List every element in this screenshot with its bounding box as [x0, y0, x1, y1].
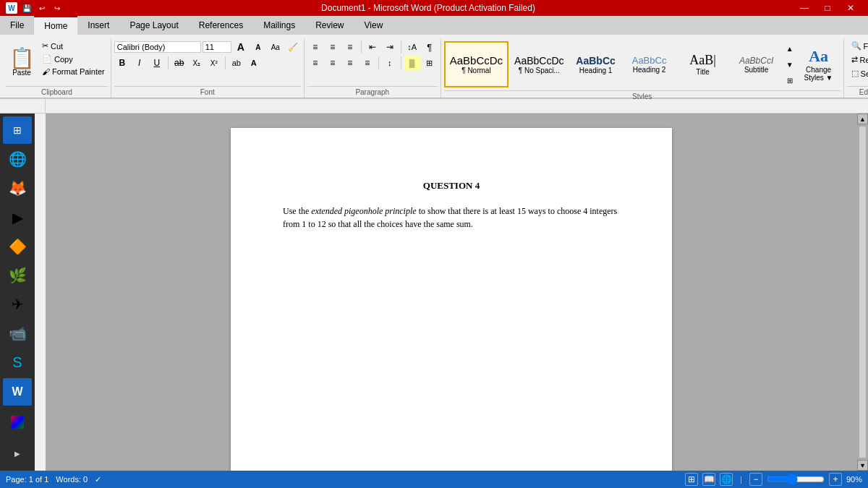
undo-quick-btn[interactable]: ↩	[35, 1, 48, 14]
font-separator	[168, 56, 169, 69]
tab-review[interactable]: Review	[305, 16, 354, 35]
multilevel-button[interactable]: ≡	[342, 40, 358, 54]
document-page: QUESTION 4 Use the extended pigeonhole p…	[231, 128, 672, 471]
format-painter-icon: 🖌	[42, 67, 50, 76]
sort-button[interactable]: ↕A	[404, 40, 420, 54]
shrink-font-button[interactable]: A	[250, 40, 266, 54]
zoom-out-button[interactable]: −	[749, 473, 762, 486]
view-reading-button[interactable]: 📖	[702, 473, 715, 486]
justify-button[interactable]: ≡	[359, 56, 375, 70]
taskbar-word[interactable]: W	[3, 378, 32, 406]
close-button[interactable]: ✕	[839, 0, 862, 16]
find-button[interactable]: 🔍 Find ▼	[847, 40, 868, 52]
style-normal[interactable]: AaBbCcDc ¶ Normal	[444, 41, 509, 87]
minimize-button[interactable]: —	[793, 0, 816, 16]
replace-label: Replace	[860, 56, 868, 64]
styles-group: AaBbCcDc ¶ Normal AaBbCcDc ¶ No Spaci...…	[441, 38, 844, 98]
replace-button[interactable]: ⇄ Replace	[847, 53, 868, 66]
underline-button[interactable]: U	[149, 56, 165, 70]
document-body[interactable]: Use the extended pigeonhole principle to…	[283, 205, 620, 231]
clear-format-button[interactable]: 🧹	[285, 40, 301, 54]
style-heading1[interactable]: AaBbCc Heading 1	[570, 41, 622, 87]
select-button[interactable]: ⬚ Select =	[847, 67, 868, 80]
taskbar-start[interactable]: ⊞	[3, 116, 32, 144]
view-web-button[interactable]: 🌐	[720, 473, 733, 486]
styles-more[interactable]: ⊞	[784, 73, 796, 87]
font-name-selector[interactable]	[114, 41, 201, 53]
align-right-button[interactable]: ≡	[342, 56, 358, 70]
change-case-button[interactable]: Aa	[268, 40, 284, 54]
styles-scroll-up[interactable]: ▲	[784, 41, 796, 56]
tab-references[interactable]: References	[189, 16, 253, 35]
document-area[interactable]: QUESTION 4 Use the extended pigeonhole p…	[46, 114, 857, 471]
subscript-button[interactable]: X₂	[189, 56, 205, 70]
change-styles-button[interactable]: Aa ChangeStyles ▼	[797, 40, 841, 89]
zoom-slider[interactable]	[767, 474, 825, 484]
redo-quick-btn[interactable]: ↪	[51, 1, 64, 14]
style-no-spacing[interactable]: AaBbCcDc ¶ No Spaci...	[510, 41, 568, 87]
italic-button[interactable]: I	[132, 56, 148, 70]
main-layout: ⊞ 🌐 🦊 ▶ 🔶 🌿 ✈ 📹 S W	[0, 114, 868, 471]
cut-button[interactable]: ✂ Cut	[39, 40, 108, 52]
show-formatting-button[interactable]: ¶	[422, 40, 438, 54]
text-highlight-button[interactable]: ab	[229, 56, 244, 70]
paste-button[interactable]: 📋 Paste	[6, 40, 38, 85]
align-center-button[interactable]: ≡	[325, 56, 341, 70]
style-heading2[interactable]: AaBbCc Heading 2	[624, 41, 676, 87]
taskbar-zoom[interactable]: 📹	[3, 320, 32, 347]
bold-button[interactable]: B	[114, 56, 130, 70]
format-painter-label: Format Painter	[52, 67, 105, 76]
style-title[interactable]: AaB| Title	[677, 41, 729, 87]
word-app-icon: W	[12, 385, 22, 398]
tab-file[interactable]: File	[0, 16, 34, 35]
line-spacing-button[interactable]: ↕	[382, 56, 398, 70]
tab-insert[interactable]: Insert	[77, 16, 119, 35]
taskbar-app5[interactable]: 🌿	[3, 262, 32, 289]
paste-icon: 📋	[9, 48, 35, 69]
tab-mailings[interactable]: Mailings	[253, 16, 305, 35]
tab-home[interactable]: Home	[34, 16, 77, 35]
select-label: Select =	[861, 69, 868, 78]
maximize-button[interactable]: □	[816, 0, 839, 16]
taskbar-colorpicker[interactable]	[3, 408, 32, 436]
ruler-area	[0, 99, 868, 114]
decrease-indent-button[interactable]: ⇤	[365, 40, 380, 54]
font-name-row: A A Aa 🧹	[114, 40, 301, 54]
grow-font-button[interactable]: A	[233, 40, 249, 54]
taskbar-chrome[interactable]: 🌐	[3, 145, 32, 173]
taskbar-vlc[interactable]: 🔶	[3, 233, 32, 260]
border-button[interactable]: ⊞	[422, 56, 438, 70]
numbering-button[interactable]: ≡	[325, 40, 341, 54]
taskbar-skype[interactable]: S	[3, 348, 32, 376]
increase-indent-button[interactable]: ⇥	[382, 40, 398, 54]
title-bar: W 💾 ↩ ↪ Document1 - Microsoft Word (Prod…	[0, 0, 868, 16]
taskbar-arrow[interactable]: ▶	[3, 440, 32, 468]
tab-bar: File Home Insert Page Layout References …	[0, 16, 868, 35]
tab-view[interactable]: View	[354, 16, 393, 35]
view-normal-button[interactable]: ⊞	[685, 473, 698, 486]
format-painter-button[interactable]: 🖌 Format Painter	[39, 66, 108, 77]
align-left-button[interactable]: ≡	[307, 56, 323, 70]
right-scrollbar[interactable]: ▲ ▼	[857, 114, 868, 471]
superscript-button[interactable]: X²	[206, 56, 222, 70]
taskbar-app3[interactable]: ▶	[3, 204, 32, 231]
styles-scroll-down[interactable]: ▼	[784, 57, 796, 72]
taskbar-telegram[interactable]: ✈	[3, 291, 32, 318]
save-quick-btn[interactable]: 💾	[20, 1, 33, 14]
font-color-button[interactable]: A	[246, 56, 262, 70]
shading-button[interactable]: ▒	[404, 56, 420, 70]
zoom-in-button[interactable]: +	[829, 473, 842, 486]
font-size-selector[interactable]	[203, 41, 231, 53]
copy-button[interactable]: 📄 Copy	[39, 53, 108, 65]
scroll-down-button[interactable]: ▼	[857, 460, 868, 471]
tab-pagelayout[interactable]: Page Layout	[119, 16, 188, 35]
title-left: W 💾 ↩ ↪	[6, 1, 64, 14]
editing-group: 🔍 Find ▼ ⇄ Replace ⬚ Select = Editing	[844, 38, 868, 98]
taskbar-firefox[interactable]: 🦊	[3, 174, 32, 202]
copy-label: Copy	[54, 55, 73, 64]
style-subtitle[interactable]: AaBbCcI Subtitle	[731, 41, 783, 87]
strikethrough-button[interactable]: ab	[171, 56, 187, 70]
bullets-button[interactable]: ≡	[307, 40, 323, 54]
proofing-button[interactable]: ✓	[95, 475, 101, 484]
scroll-up-button[interactable]: ▲	[857, 114, 868, 124]
